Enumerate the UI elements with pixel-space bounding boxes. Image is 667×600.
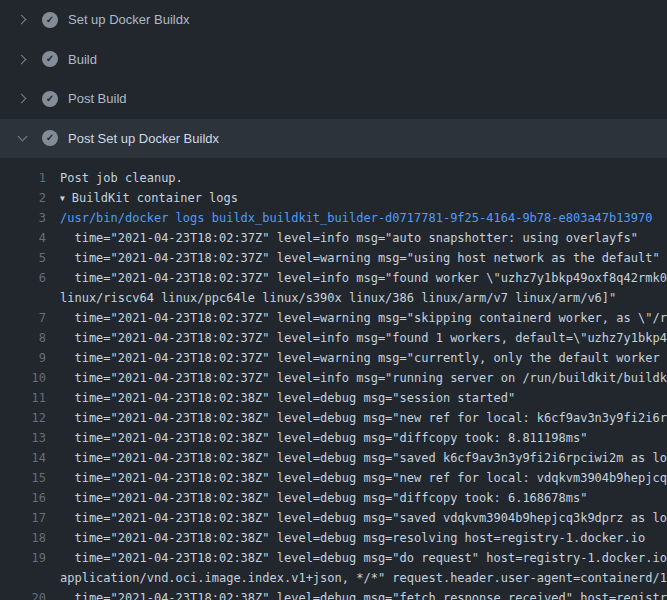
chevron-right-icon — [16, 95, 28, 102]
log-line: 5 time="2021-04-23T18:02:37Z" level=warn… — [0, 248, 667, 268]
log-line-text: time="2021-04-23T18:02:38Z" level=debug … — [46, 468, 667, 488]
check-circle-icon: ✓ — [42, 51, 58, 67]
steps-list: ✓Set up Docker Buildx✓Build✓Post Build✓P… — [0, 0, 667, 158]
log-line-number[interactable]: 19 — [0, 548, 46, 568]
step-header-post-build[interactable]: ✓Post Build — [0, 79, 667, 119]
log-line-text: time="2021-04-23T18:02:38Z" level=debug … — [46, 508, 667, 528]
log-line-number[interactable]: 7 — [0, 308, 46, 328]
check-circle-icon: ✓ — [42, 91, 58, 107]
log-line-number[interactable]: 5 — [0, 248, 46, 268]
log-line: 4 time="2021-04-23T18:02:37Z" level=info… — [0, 228, 667, 248]
step-header-build[interactable]: ✓Build — [0, 40, 667, 80]
log-line-text[interactable]: ▼BuildKit container logs — [46, 188, 238, 208]
log-line: application/vnd.oci.image.index.v1+json,… — [0, 568, 667, 588]
log-line-group: 2▼BuildKit container logs — [0, 188, 667, 208]
log-line-number[interactable]: 10 — [0, 368, 46, 388]
log-line-number[interactable]: 17 — [0, 508, 46, 528]
log-line: 13 time="2021-04-23T18:02:38Z" level=deb… — [0, 428, 667, 448]
log-line: 15 time="2021-04-23T18:02:38Z" level=deb… — [0, 468, 667, 488]
check-circle-icon: ✓ — [42, 130, 58, 146]
log-line-text: time="2021-04-23T18:02:37Z" level=info m… — [46, 368, 667, 388]
log-line-number[interactable]: 13 — [0, 428, 46, 448]
log-line-number[interactable]: 2 — [0, 188, 46, 208]
log-line-text: time="2021-04-23T18:02:38Z" level=debug … — [46, 448, 667, 468]
log-line-number[interactable]: 9 — [0, 348, 46, 368]
log-line-text: time="2021-04-23T18:02:38Z" level=debug … — [46, 548, 667, 568]
log-line-text: time="2021-04-23T18:02:38Z" level=debug … — [46, 588, 667, 600]
log-line: 1Post job cleanup. — [0, 168, 667, 188]
log-line-number[interactable]: 20 — [0, 588, 46, 600]
log-line-number[interactable]: 1 — [0, 168, 46, 188]
log-line: 18 time="2021-04-23T18:02:38Z" level=deb… — [0, 528, 667, 548]
log-line: 20 time="2021-04-23T18:02:38Z" level=deb… — [0, 588, 667, 600]
log-line-text: time="2021-04-23T18:02:37Z" level=info m… — [46, 328, 667, 348]
step-label: Post Set up Docker Buildx — [68, 131, 219, 146]
log-line-text: time="2021-04-23T18:02:37Z" level=warnin… — [46, 308, 667, 328]
log-line-number[interactable]: 15 — [0, 468, 46, 488]
chevron-right-icon — [16, 56, 28, 63]
step-label: Set up Docker Buildx — [68, 12, 189, 27]
log-line-text: time="2021-04-23T18:02:37Z" level=info m… — [46, 228, 638, 248]
log-line-number[interactable]: 3 — [0, 208, 46, 228]
log-line-text: application/vnd.oci.image.index.v1+json,… — [46, 568, 667, 588]
log-line-number[interactable]: 16 — [0, 488, 46, 508]
log-line-number — [0, 568, 46, 588]
log-line: 9 time="2021-04-23T18:02:37Z" level=warn… — [0, 348, 667, 368]
log-line-command: 3/usr/bin/docker logs buildx_buildkit_bu… — [0, 208, 667, 228]
log-line-text: time="2021-04-23T18:02:38Z" level=debug … — [46, 428, 587, 448]
log-line-text: Post job cleanup. — [46, 168, 183, 188]
log-line-number[interactable]: 8 — [0, 328, 46, 348]
log-line-number[interactable]: 11 — [0, 388, 46, 408]
chevron-down-icon — [16, 136, 28, 140]
log-line-text: time="2021-04-23T18:02:38Z" level=debug … — [46, 528, 645, 548]
log-line-text: time="2021-04-23T18:02:38Z" level=debug … — [46, 388, 515, 408]
log-line-number[interactable]: 14 — [0, 448, 46, 468]
log-line: 19 time="2021-04-23T18:02:38Z" level=deb… — [0, 548, 667, 568]
log-line-text: /usr/bin/docker logs buildx_buildkit_bui… — [46, 208, 652, 228]
log-line: 8 time="2021-04-23T18:02:37Z" level=info… — [0, 328, 667, 348]
log-line-text: time="2021-04-23T18:02:38Z" level=debug … — [46, 488, 587, 508]
log-line: 17 time="2021-04-23T18:02:38Z" level=deb… — [0, 508, 667, 528]
log-line-text: time="2021-04-23T18:02:37Z" level=warnin… — [46, 348, 667, 368]
log-line-number — [0, 288, 46, 308]
log-line-number[interactable]: 12 — [0, 408, 46, 428]
step-label: Post Build — [68, 91, 127, 106]
log-line-number[interactable]: 6 — [0, 268, 46, 288]
check-circle-icon: ✓ — [42, 12, 58, 28]
step-label: Build — [68, 52, 97, 67]
log-line: 16 time="2021-04-23T18:02:38Z" level=deb… — [0, 488, 667, 508]
log-line: 6 time="2021-04-23T18:02:37Z" level=info… — [0, 268, 667, 288]
log-line: 14 time="2021-04-23T18:02:38Z" level=deb… — [0, 448, 667, 468]
log-line: linux/riscv64 linux/ppc64le linux/s390x … — [0, 288, 667, 308]
log-line: 12 time="2021-04-23T18:02:38Z" level=deb… — [0, 408, 667, 428]
log-line-text: time="2021-04-23T18:02:37Z" level=info m… — [46, 268, 667, 288]
log-line-number[interactable]: 4 — [0, 228, 46, 248]
step-header-set-up-docker-buildx[interactable]: ✓Set up Docker Buildx — [0, 0, 667, 40]
log-line: 7 time="2021-04-23T18:02:37Z" level=warn… — [0, 308, 667, 328]
log-line-text: time="2021-04-23T18:02:38Z" level=debug … — [46, 408, 667, 428]
log-area: 1Post job cleanup.2▼BuildKit container l… — [0, 158, 667, 600]
step-header-post-set-up-docker-buildx[interactable]: ✓Post Set up Docker Buildx — [0, 119, 667, 159]
log-line: 11 time="2021-04-23T18:02:38Z" level=deb… — [0, 388, 667, 408]
log-line-text: linux/riscv64 linux/ppc64le linux/s390x … — [46, 288, 616, 308]
triangle-down-icon[interactable]: ▼ — [60, 189, 65, 208]
log-line-number[interactable]: 18 — [0, 528, 46, 548]
workflow-job-log-viewer: ✓Set up Docker Buildx✓Build✓Post Build✓P… — [0, 0, 667, 600]
chevron-right-icon — [16, 16, 28, 23]
log-line-text: time="2021-04-23T18:02:37Z" level=warnin… — [46, 248, 660, 268]
log-line: 10 time="2021-04-23T18:02:37Z" level=inf… — [0, 368, 667, 388]
